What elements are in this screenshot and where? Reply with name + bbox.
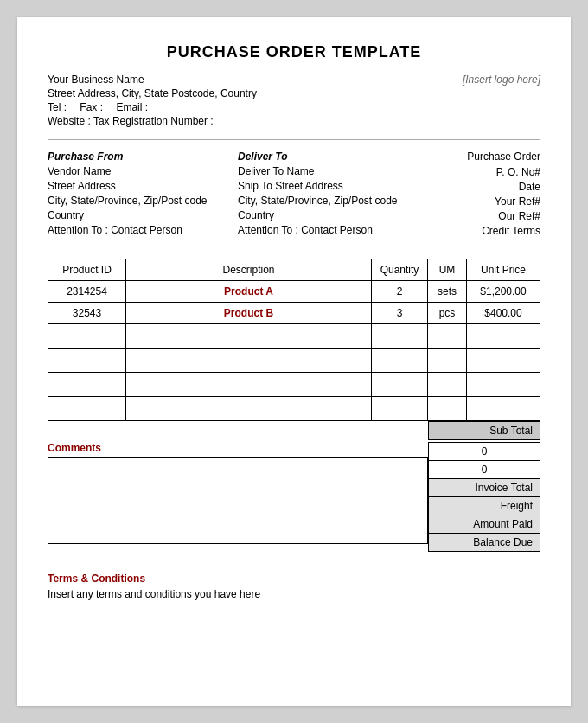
deliver-street: Ship To Street Address: [238, 180, 428, 192]
table-row: 32543 Product B 3 pcs $400.00: [48, 303, 540, 324]
po-date: Date: [428, 181, 540, 193]
empty-cell: [372, 349, 428, 373]
col-header-description: Description: [126, 259, 372, 281]
po-header: Purchase Order: [428, 150, 540, 163]
cell-product-id: 2314254: [48, 281, 126, 303]
empty-cell: [372, 324, 428, 349]
cell-um: sets: [428, 281, 467, 303]
subtotal-row-item: Sub Total: [429, 422, 540, 440]
deliver-city: City, State/Province, Zip/Post code: [238, 195, 428, 207]
empty-cell: [428, 324, 467, 349]
empty-row: [48, 324, 540, 349]
empty-cell: [467, 324, 540, 349]
invoice-total-row: Invoice Total: [429, 479, 540, 497]
empty-row: [48, 373, 540, 397]
cell-quantity: 2: [372, 281, 428, 303]
po-your-ref: Your Ref#: [428, 195, 540, 208]
product-table-section: Product ID Description Quantity UM Unit …: [48, 259, 540, 421]
empty-cell: [126, 397, 372, 421]
deliver-to-label: Deliver To: [238, 150, 428, 163]
cell-quantity: 3: [372, 303, 428, 324]
po-no: P. O. No#: [428, 166, 540, 178]
contact-row: Tel : Fax : Email :: [48, 101, 257, 113]
deliver-name: Deliver To Name: [238, 165, 428, 177]
subtotal-row: Sub Total: [48, 421, 540, 440]
info-section: Purchase From Vendor Name Street Address…: [48, 150, 540, 240]
deliver-to-col: Deliver To Deliver To Name Ship To Stree…: [238, 150, 428, 240]
col-header-unit-price: Unit Price: [467, 259, 540, 281]
amount-paid-row: Amount Paid: [429, 515, 540, 534]
email-label: Email :: [116, 101, 148, 113]
empty-row: [48, 397, 540, 421]
invoice-total-label: Invoice Total: [429, 479, 540, 497]
empty-cell: [467, 397, 540, 421]
cell-um: pcs: [428, 303, 467, 324]
terms-text: Insert any terms and conditions you have…: [48, 588, 540, 600]
total-value-row1: 0: [429, 443, 540, 461]
website-row: Website : Tax Registration Number :: [48, 115, 257, 127]
totals-section: 0 0 Invoice Total Freight Amount Paid Ba…: [428, 442, 540, 552]
logo-placeholder: [Insert logo here]: [463, 74, 540, 86]
empty-cell: [48, 373, 126, 397]
vendor-attention: Attention To : Contact Person: [48, 224, 238, 236]
subtotal-table: Sub Total: [428, 421, 540, 440]
cell-product-id: 32543: [48, 303, 126, 324]
vendor-city: City, State/Province, Zip/Post code: [48, 195, 238, 207]
divider: [48, 139, 540, 140]
cell-description: Product B: [126, 303, 372, 324]
purchase-from-col: Purchase From Vendor Name Street Address…: [48, 150, 238, 240]
tax-label: Tax Registration Number :: [93, 115, 214, 127]
empty-cell: [48, 349, 126, 373]
vendor-name: Vendor Name: [48, 165, 238, 177]
empty-cell: [372, 397, 428, 421]
balance-due-label: Balance Due: [429, 534, 540, 552]
page: PURCHASE ORDER TEMPLATE Your Business Na…: [17, 17, 571, 706]
col-header-quantity: Quantity: [372, 259, 428, 281]
empty-row: [48, 349, 540, 373]
comments-section: Comments: [48, 442, 428, 544]
table-header-row: Product ID Description Quantity UM Unit …: [48, 259, 540, 281]
amount-paid-label: Amount Paid: [429, 515, 540, 534]
cell-description: Product A: [126, 281, 372, 303]
terms-label: Terms & Conditions: [48, 573, 540, 585]
bottom-area: Comments 0 0 Invoice Total Freight Amoun…: [48, 442, 540, 552]
subtotal-label: Sub Total: [429, 422, 540, 440]
empty-cell: [126, 324, 372, 349]
business-address: Street Address, City, State Postcode, Co…: [48, 87, 257, 99]
totals-table: 0 0 Invoice Total Freight Amount Paid Ba…: [428, 442, 540, 552]
business-info: Your Business Name Street Address, City,…: [48, 74, 257, 129]
total-value-row2: 0: [429, 461, 540, 479]
product-table: Product ID Description Quantity UM Unit …: [48, 259, 540, 421]
website-label: Website :: [48, 115, 91, 127]
col-header-um: UM: [428, 259, 467, 281]
empty-cell: [428, 397, 467, 421]
business-name: Your Business Name: [48, 74, 257, 86]
deliver-country: Country: [238, 209, 428, 221]
page-title: PURCHASE ORDER TEMPLATE: [48, 43, 540, 61]
comments-label: Comments: [48, 442, 428, 454]
purchase-order-col: Purchase Order P. O. No# Date Your Ref# …: [428, 150, 540, 240]
cell-price: $1,200.00: [467, 281, 540, 303]
empty-cell: [126, 373, 372, 397]
cell-price: $400.00: [467, 303, 540, 324]
po-our-ref: Our Ref#: [428, 210, 540, 222]
comments-box[interactable]: [48, 457, 428, 544]
freight-label: Freight: [429, 497, 540, 515]
empty-cell: [48, 324, 126, 349]
tel-label: Tel :: [48, 101, 67, 113]
empty-cell: [467, 373, 540, 397]
vendor-street: Street Address: [48, 180, 238, 192]
empty-cell: [372, 373, 428, 397]
purchase-from-label: Purchase From: [48, 150, 238, 163]
empty-cell: [126, 349, 372, 373]
empty-cell: [428, 373, 467, 397]
vendor-country: Country: [48, 209, 238, 221]
terms-section: Terms & Conditions Insert any terms and …: [48, 573, 540, 600]
col-header-product-id: Product ID: [48, 259, 126, 281]
deliver-attention: Attention To : Contact Person: [238, 224, 428, 236]
empty-cell: [428, 349, 467, 373]
table-row: 2314254 Product A 2 sets $1,200.00: [48, 281, 540, 303]
empty-cell: [48, 397, 126, 421]
balance-due-row: Balance Due: [429, 534, 540, 552]
fax-label: Fax :: [80, 101, 103, 113]
